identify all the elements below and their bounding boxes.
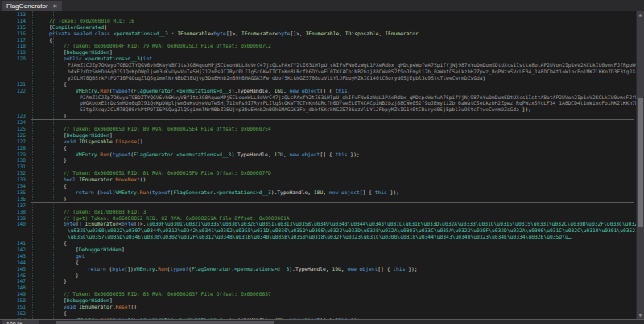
code-line[interactable]: y2CLM78QBSrkPtPDTI6PGQugZlQSgimmlNrNBbZ3… — [0, 75, 636, 81]
line-number: 134 — [0, 183, 26, 189]
line-number: 126 — [0, 132, 26, 139]
scroll-down-icon[interactable]: ▼ — [637, 312, 644, 319]
code-text: \u035C\u0357\u035D\u034E\u0330\u0302\u03… — [26, 234, 572, 240]
code-line[interactable]: 116private sealed class <permutations>d_… — [0, 31, 636, 37]
code-text: PJAmZ1CJZp7OKwyoTGBDZTYQGV6vh6KwyVBf1ts3… — [26, 62, 636, 69]
code-line[interactable]: 127void IDisposable.Dispose() — [0, 139, 636, 145]
code-line[interactable]: bdxE2rDzSmHDn6q0I91QvKpDWpljwm3uKvUywVuT… — [0, 69, 636, 75]
code-line[interactable]: 139// (get) Token: 0x06000052 RID: 82 RV… — [0, 215, 636, 222]
line-number: 127 — [0, 139, 26, 145]
line-number: 137 — [0, 202, 26, 209]
code-line[interactable]: 135return (bool)VMEntry.Run(typeof(FlagG… — [0, 189, 636, 196]
zoom-level-control[interactable]: 100 % — [2, 320, 39, 324]
tab-bar: FlagGenerator ✕ — [0, 0, 644, 11]
code-line[interactable]: 123} — [0, 113, 636, 119]
code-line[interactable]: 120public <permutations>d__3(int — [0, 56, 636, 62]
code-line[interactable]: 117{ — [0, 37, 636, 44]
code-line[interactable]: 134{ — [0, 183, 636, 189]
code-line[interactable]: 143get — [0, 253, 636, 260]
line-number: 147 — [0, 278, 26, 285]
code-text: } — [26, 278, 67, 285]
code-line[interactable]: 128{ — [0, 145, 636, 152]
tab-flaggenerator[interactable]: FlagGenerator ✕ — [2, 1, 62, 11]
code-text: PJAmZ1CJZp7OKwyoTGBDZTYQGV6vh6KwyVBf1ts3… — [26, 94, 636, 101]
code-line[interactable]: 153VMEntry.Run(typeof(FlagGenerator.<per… — [0, 317, 636, 319]
member-separator-line[interactable]: 124 — [0, 119, 636, 126]
line-number: 149 — [0, 291, 26, 297]
code-text: [DebuggerHidden] — [26, 297, 113, 304]
code-text: VMEntry.Run(typeof(FlagGenerator.<permut… — [26, 317, 360, 319]
code-line[interactable]: pWGXbdxE2rDzSmHDn6q0I91QvKpDWpljwm3uKvUy… — [0, 100, 636, 106]
scroll-up-icon[interactable]: ▲ — [637, 11, 644, 19]
code-line[interactable]: 140byte[] IEnumerator<byte[]>.\u030F\u03… — [0, 221, 636, 227]
code-text: void IEnumerator.Reset() — [26, 304, 137, 310]
code-line[interactable]: PJAmZ1CJZp7OKwyoTGBDZTYQGV6vh6KwyVBf1ts3… — [0, 62, 636, 69]
close-icon[interactable]: ✕ — [53, 1, 58, 11]
code-line[interactable]: 149// Token: 0x06000053 RID: 83 RVA: 0x0… — [0, 291, 636, 297]
code-text: get — [26, 253, 85, 260]
code-line[interactable]: 121{ — [0, 81, 636, 88]
code-line[interactable]: 114// Token: 0x02000010 RID: 16 — [0, 18, 636, 24]
code-line[interactable]: 144{ — [0, 260, 636, 266]
member-separator-line[interactable]: 131 — [0, 164, 636, 170]
code-line[interactable]: 130} — [0, 157, 636, 164]
code-area[interactable]: 113114// Token: 0x02000010 RID: 16115[Co… — [0, 11, 636, 319]
code-line[interactable]: 141{ — [0, 240, 636, 247]
code-line[interactable]: 125// Token: 0x06000050 RID: 80 RVA: 0x0… — [0, 126, 636, 132]
code-line[interactable]: 133bool IEnumerator.MoveNext() — [0, 177, 636, 183]
code-line[interactable]: 118// Token: 0x0600004F RID: 79 RVA: 0x0… — [0, 43, 636, 49]
code-text: } — [26, 196, 67, 202]
code-line[interactable]: 145return (byte[])VMEntry.Run(typeof(Fla… — [0, 266, 636, 272]
code-line[interactable]: \u0325\u0360\u0322\u0307\u0344\u0312\u03… — [0, 227, 636, 234]
code-line[interactable]: 151void IEnumerator.Reset() — [0, 304, 636, 310]
code-line[interactable]: 132// Token: 0x06000051 RID: 81 RVA: 0x0… — [0, 170, 636, 177]
member-separator-line[interactable]: 137 — [0, 202, 636, 209]
code-line[interactable]: 113 — [0, 11, 636, 18]
code-text: return (byte[])VMEntry.Run(typeof(FlagGe… — [26, 266, 418, 272]
code-line[interactable]: 126[DebuggerHidden] — [0, 132, 636, 139]
code-text: E3tgJXcqy2CLM78QBSrkPtPDTI6PGQugZlQSgimm… — [26, 106, 531, 113]
code-line[interactable]: 122VMEntry.Run(typeof(FlagGenerator.<per… — [0, 88, 636, 94]
member-separator-line[interactable]: 148 — [0, 285, 636, 291]
code-text: void IDisposable.Dispose() — [26, 139, 143, 145]
code-text: VMEntry.Run(typeof(FlagGenerator.<permut… — [26, 152, 360, 158]
line-number: 144 — [0, 260, 26, 266]
code-line[interactable]: 129VMEntry.Run(typeof(FlagGenerator.<per… — [0, 152, 636, 158]
code-line[interactable]: 152{ — [0, 310, 636, 317]
code-text: [DebuggerHidden] — [26, 247, 125, 253]
code-line[interactable]: 138// Token: 0x17000003 RID: 3 — [0, 209, 636, 215]
decompiler-window: FlagGenerator ✕ 113114// Token: 0x020000… — [0, 0, 644, 324]
line-number: 131 — [0, 164, 26, 170]
line-number: 142 — [0, 247, 26, 253]
code-line[interactable]: 119[DebuggerHidden] — [0, 49, 636, 56]
code-text: { — [26, 37, 52, 44]
horizontal-scrollbar-thumb[interactable] — [56, 321, 274, 324]
code-text: // (get) Token: 0x06000052 RID: 82 RVA: … — [26, 215, 290, 222]
code-text: byte[] IEnumerator<byte[]>.\u030F\u0301\… — [26, 221, 636, 227]
vertical-scrollbar[interactable]: ▲ ▼ — [636, 11, 644, 319]
code-line[interactable]: 146} — [0, 272, 636, 279]
line-number: 122 — [0, 88, 26, 94]
code-line[interactable]: \u035C\u0357\u035D\u034E\u0330\u0302\u03… — [0, 234, 636, 240]
vertical-scrollbar-thumb[interactable] — [638, 98, 643, 227]
code-line[interactable]: 142[DebuggerHidden] — [0, 247, 636, 253]
code-line[interactable]: E3tgJXcqy2CLM78QBSrkPtPDTI6PGQugZlQSgimm… — [0, 106, 636, 113]
line-number: 119 — [0, 49, 26, 56]
line-number: 128 — [0, 145, 26, 152]
code-line[interactable]: 136} — [0, 196, 636, 202]
code-line[interactable]: 150[DebuggerHidden] — [0, 297, 636, 304]
code-text: } — [26, 157, 67, 164]
code-text: } — [26, 272, 79, 279]
line-number: 120 — [0, 56, 26, 62]
code-text: bool IEnumerator.MoveNext() — [26, 177, 146, 183]
code-text: // Token: 0x02000010 RID: 16 — [26, 18, 134, 24]
line-number: 135 — [0, 189, 26, 196]
code-line[interactable]: 115[CompilerGenerated] — [0, 24, 636, 31]
line-number: 130 — [0, 157, 26, 164]
code-line[interactable]: 147} — [0, 278, 636, 285]
tab-title: FlagGenerator — [6, 1, 48, 11]
line-number: 121 — [0, 81, 26, 88]
code-line[interactable]: PJAmZ1CJZp7OKwyoTGBDZTYQGV6vh6KwyVBf1ts3… — [0, 94, 636, 101]
code-text: } — [26, 113, 67, 119]
line-number: 113 — [0, 11, 26, 18]
